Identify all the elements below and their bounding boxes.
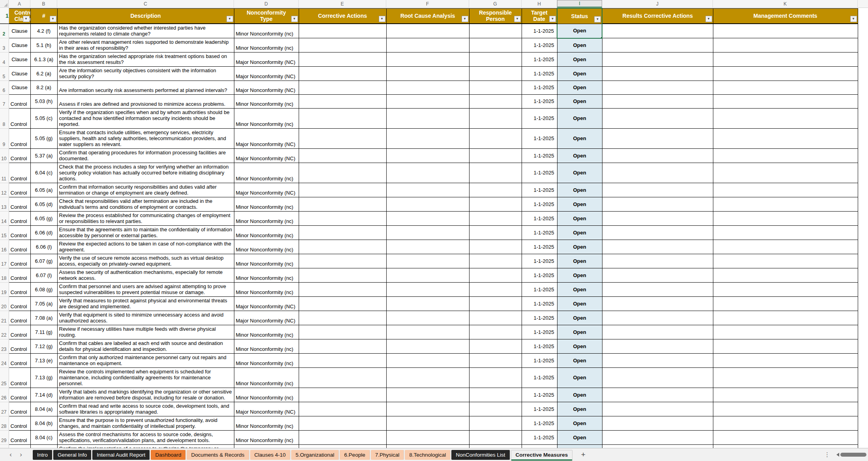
cell-I13[interactable]: Open — [557, 197, 602, 212]
cell-J18[interactable] — [602, 268, 713, 283]
row-header-18[interactable]: 18 — [0, 268, 9, 283]
cell-B30[interactable]: 8.07 (k) — [30, 445, 57, 448]
cell-G20[interactable] — [469, 297, 522, 311]
cell-D26[interactable]: Minor Nonconformity (nc) — [234, 388, 299, 402]
cell-D3[interactable]: Minor Nonconformity (nc) — [234, 38, 299, 52]
cell-B29[interactable]: 8.04 (c) — [30, 431, 57, 445]
cell-H26[interactable]: 1-1-2025 — [522, 388, 557, 402]
column-header-E[interactable]: E — [299, 0, 386, 7]
row-header-7[interactable]: 7 — [0, 95, 9, 109]
cell-H11[interactable]: 1-1-2025 — [522, 163, 557, 183]
cell-J17[interactable] — [602, 254, 713, 268]
column-header-G[interactable]: G — [469, 0, 522, 7]
cell-A30[interactable]: Control — [9, 445, 30, 448]
row-header-30[interactable]: 30 — [0, 445, 9, 448]
cell-B11[interactable]: 6.04 (c) — [30, 163, 57, 183]
cell-F11[interactable] — [386, 163, 469, 183]
cell-A6[interactable]: Clause — [9, 81, 30, 95]
cell-E15[interactable] — [299, 226, 386, 240]
cell-E24[interactable] — [299, 354, 386, 368]
cell-I29[interactable]: Open — [557, 431, 602, 445]
sheet-tab-internal-audit-report[interactable]: Internal Audit Report — [92, 450, 150, 460]
cell-E29[interactable] — [299, 431, 386, 445]
cell-J16[interactable] — [602, 240, 713, 254]
cell-D25[interactable]: Minor Nonconformity (nc) — [234, 368, 299, 388]
cell-B18[interactable]: 6.07 (l) — [30, 268, 57, 283]
cell-J4[interactable] — [602, 52, 713, 67]
filter-button-F[interactable]: ▼ — [462, 16, 468, 22]
cell-A4[interactable]: Clause — [9, 52, 30, 67]
row-header-2[interactable]: 2 — [0, 24, 9, 38]
cell-F10[interactable] — [386, 149, 469, 163]
row-header-23[interactable]: 23 — [0, 339, 9, 354]
cell-G15[interactable] — [469, 226, 522, 240]
cell-E2[interactable] — [299, 24, 386, 38]
cell-K29[interactable] — [713, 431, 858, 445]
cell-K11[interactable] — [713, 163, 858, 183]
cell-B12[interactable]: 6.05 (a) — [30, 183, 57, 197]
tab-nav-right-icon[interactable]: › — [16, 451, 26, 459]
cell-C17[interactable]: Verify the use of secure remote access m… — [57, 254, 234, 268]
cell-F4[interactable] — [386, 52, 469, 67]
cell-J10[interactable] — [602, 149, 713, 163]
cell-J12[interactable] — [602, 183, 713, 197]
cell-E11[interactable] — [299, 163, 386, 183]
cell-E14[interactable] — [299, 212, 386, 226]
cell-D18[interactable]: Minor Nonconformity (nc) — [234, 268, 299, 283]
filter-button-D[interactable]: ▼ — [291, 16, 298, 22]
row-header-4[interactable]: 4 — [0, 52, 9, 67]
cell-K12[interactable] — [713, 183, 858, 197]
cell-B4[interactable]: 6.1.3 (a) — [30, 52, 57, 67]
cell-F27[interactable] — [386, 402, 469, 416]
cell-J26[interactable] — [602, 388, 713, 402]
sheet-tab-corrective-measures[interactable]: Corrective Measures — [511, 450, 573, 461]
header-cell-A[interactable]: Control Clause▼ — [9, 8, 30, 24]
cell-K30[interactable] — [713, 445, 858, 448]
cell-D24[interactable]: Minor Nonconformity (nc) — [234, 354, 299, 368]
cell-G24[interactable] — [469, 354, 522, 368]
cell-E18[interactable] — [299, 268, 386, 283]
cell-D23[interactable]: Minor Nonconformity (nc) — [234, 339, 299, 354]
cell-B26[interactable]: 7.14 (d) — [30, 388, 57, 402]
cell-E10[interactable] — [299, 149, 386, 163]
cell-J3[interactable] — [602, 38, 713, 52]
cell-H25[interactable]: 1-1-2025 — [522, 368, 557, 388]
cell-C15[interactable]: Ensure that the agreements aim to mainta… — [57, 226, 234, 240]
cell-H18[interactable]: 1-1-2025 — [522, 268, 557, 283]
cell-D12[interactable]: Major Nonconformity (NC) — [234, 183, 299, 197]
cell-B22[interactable]: 7.11 (g) — [30, 325, 57, 339]
cell-B14[interactable]: 6.05 (g) — [30, 212, 57, 226]
cell-D19[interactable]: Minor Nonconformity (nc) — [234, 283, 299, 297]
cell-A20[interactable]: Control — [9, 297, 30, 311]
cell-K14[interactable] — [713, 212, 858, 226]
cell-I8[interactable]: Open — [557, 109, 602, 129]
cell-I4[interactable]: Open — [557, 52, 602, 67]
cell-I20[interactable]: Open — [557, 297, 602, 311]
cell-A11[interactable]: Control — [9, 163, 30, 183]
cell-A23[interactable]: Control — [9, 339, 30, 354]
sheet-tab-7-physical[interactable]: 7.Physical — [371, 450, 404, 460]
cell-J11[interactable] — [602, 163, 713, 183]
cell-E16[interactable] — [299, 240, 386, 254]
row-header-29[interactable]: 29 — [0, 431, 9, 445]
header-cell-D[interactable]: Nonconformity Type▼ — [234, 8, 299, 24]
cell-C25[interactable]: Review the controls implemented when equ… — [57, 368, 234, 388]
cell-D14[interactable]: Minor Nonconformity (nc) — [234, 212, 299, 226]
cell-A29[interactable]: Control — [9, 431, 30, 445]
cell-I19[interactable]: Open — [557, 283, 602, 297]
cell-F5[interactable] — [386, 67, 469, 81]
cell-K2[interactable] — [713, 24, 858, 38]
cell-A28[interactable]: Control — [9, 416, 30, 431]
cell-H5[interactable]: 1-1-2025 — [522, 67, 557, 81]
cell-C24[interactable]: Confirm that only authorized maintenance… — [57, 354, 234, 368]
cell-D30[interactable]: Minor Nonconformity (nc) — [234, 445, 299, 448]
cell-K10[interactable] — [713, 149, 858, 163]
cell-J27[interactable] — [602, 402, 713, 416]
cell-I15[interactable]: Open — [557, 226, 602, 240]
cell-E9[interactable] — [299, 129, 386, 149]
cell-G25[interactable] — [469, 368, 522, 388]
cell-E27[interactable] — [299, 402, 386, 416]
cell-I17[interactable]: Open — [557, 254, 602, 268]
cell-D7[interactable]: Minor Nonconformity (nc) — [234, 95, 299, 109]
cell-K23[interactable] — [713, 339, 858, 354]
